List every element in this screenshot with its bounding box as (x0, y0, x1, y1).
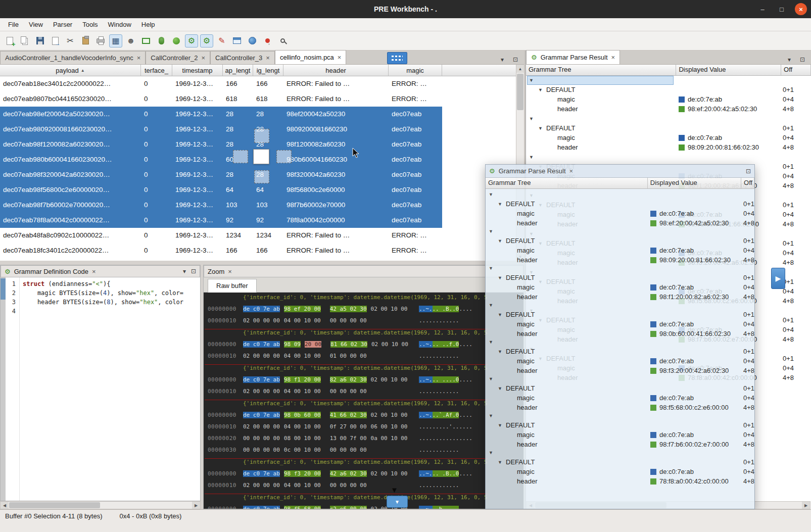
scroll-up-icon[interactable]: ▲ (516, 65, 524, 73)
hex-byte-group[interactable]: 0f 27 00 00 (330, 423, 367, 430)
tab-grammar-parse-result[interactable]: ⚙ Grammar Parse Result × (526, 50, 620, 64)
tree-field-magic[interactable]: magicde:c0:7e:ab0+4 (486, 246, 754, 256)
table-row[interactable]: dec07eab98f1200082a60230020…01969-12-3…2… (0, 137, 442, 152)
print-icon[interactable] (94, 34, 107, 47)
tree-node-row[interactable]: ▼DEFAULT0+1 (486, 236, 754, 246)
hex-byte-group[interactable]: 00 00 00 00 (330, 317, 367, 324)
chevron-down-icon[interactable]: ▼ (498, 275, 502, 280)
tree-toggle-row[interactable]: ▼ (486, 264, 754, 273)
pin-icon[interactable] (261, 34, 274, 47)
export-icon[interactable] (49, 34, 62, 47)
hex-byte-group[interactable]: 82 a6 02 30 (330, 376, 367, 383)
window-icon[interactable] (230, 34, 244, 47)
tree-field-magic[interactable]: magicde:c0:7e:ab0+4 (526, 133, 811, 143)
hex-byte-group[interactable]: 02 00 10 00 (371, 341, 408, 348)
float-restore-icon[interactable]: ⊡ (746, 168, 751, 175)
tree-node-row[interactable]: ▼DEFAULT0+1 (486, 421, 754, 430)
hex-byte-group[interactable]: 00 00 00 00 (243, 447, 280, 453)
horizontal-splitter[interactable] (0, 261, 524, 265)
chevron-down-icon[interactable]: ▼ (498, 238, 502, 244)
tab-raw-buffer[interactable]: Raw buffer (208, 279, 257, 293)
tree-field-magic[interactable]: magicde:c0:7e:ab0+4 (526, 95, 811, 105)
column-header-timestamp[interactable]: timestamp (172, 65, 223, 76)
hex-byte-group[interactable]: 02 00 10 00 (371, 412, 408, 418)
hex-byte-group[interactable]: 98 f3 20 00 (284, 470, 321, 477)
dock-right-arrow[interactable]: ▶ (771, 268, 785, 289)
marker-icon[interactable]: ✎ (215, 34, 228, 47)
table-row[interactable]: dec07eab78f8a00042c00000022…01969-12-3…9… (0, 213, 442, 228)
chevron-down-icon[interactable]: ▼ (498, 386, 502, 391)
table-row[interactable]: dec07eab9807bc0441650230020…01969-12-3…6… (0, 91, 442, 107)
chevron-down-icon[interactable]: ▼ (538, 126, 543, 131)
chevron-down-icon[interactable]: ▼ (538, 87, 543, 92)
table-row[interactable]: dec07eab18ec3401c2c20000022…01969-12-3…1… (0, 76, 442, 91)
panel-menu-icon[interactable]: ▾ (785, 55, 794, 64)
paste-icon[interactable] (79, 34, 92, 47)
table-row[interactable]: dec07eab98ef200042a50230020…01969-12-3…2… (0, 107, 442, 122)
close-icon[interactable]: × (137, 54, 141, 62)
tree-column-header[interactable]: Off (741, 178, 754, 189)
hex-byte-group[interactable]: 02 00 00 00 (243, 423, 280, 430)
hex-byte-group[interactable]: 00 00 00 00 (330, 388, 367, 395)
close-icon[interactable]: × (92, 268, 96, 275)
hex-byte-group[interactable]: de c0 7e ab (243, 341, 280, 348)
tree-field-magic[interactable]: magicde:c0:7e:ab0+4 (486, 394, 754, 403)
hex-byte-group[interactable]: 02 00 10 00 (371, 306, 408, 312)
tree-field-magic[interactable]: magicde:c0:7e:ab0+4 (486, 283, 754, 293)
tree-node-row[interactable]: ▼DEFAULT0+1 (486, 458, 754, 467)
hex-byte-group[interactable]: 00 00 00 00 (243, 435, 280, 442)
table-row[interactable]: dec07eab9809200081660230020…01969-12-3…2… (0, 122, 442, 137)
floating-parse-result-window[interactable]: ⚙ Grammar Parse Result × ⊡ Grammar TreeD… (485, 164, 755, 509)
web-icon[interactable] (246, 34, 259, 47)
hex-byte-group[interactable]: 42 a6 02 30 (330, 470, 367, 477)
hex-byte-group[interactable]: de c0 7e ab (243, 506, 280, 509)
hex-byte-group[interactable]: de c0 7e ab (243, 376, 280, 383)
new-file-icon[interactable] (3, 34, 16, 47)
tree-column-header[interactable]: Displayed Value (676, 65, 781, 76)
close-icon[interactable]: × (569, 167, 574, 175)
hex-byte-group[interactable]: 04 00 10 00 (284, 353, 321, 359)
tree-toggle-row[interactable]: ▼ (486, 190, 754, 200)
table-row[interactable]: dec07eab48fa8c0902c10000022…01969-12-3…1… (0, 228, 442, 243)
scroll-right-icon[interactable]: ▶ (802, 502, 810, 509)
tree-node-row[interactable]: ▼DEFAULT0+1 (486, 347, 754, 357)
panel-menu-icon[interactable]: ▾ (183, 268, 186, 275)
tree-field-magic[interactable]: magicde:c0:7e:ab0+4 (486, 320, 754, 329)
hex-byte-group[interactable]: c2 e6 00 00 (330, 506, 367, 509)
column-header-header[interactable]: header (283, 65, 389, 76)
menu-file[interactable]: File (3, 19, 24, 30)
tree-toggle-row[interactable]: ▼ (486, 301, 754, 310)
hex-byte-group[interactable]: 98 f5 68 00 (284, 506, 321, 509)
column-header-terface_[interactable]: terface_ (141, 65, 172, 76)
gear-icon[interactable]: ⚙ (185, 34, 198, 47)
menu-parser[interactable]: Parser (48, 19, 77, 30)
tree-field-magic[interactable]: magicde:c0:7e:ab0+4 (486, 467, 754, 477)
close-icon[interactable]: × (228, 268, 232, 275)
run-icon[interactable] (170, 34, 183, 47)
hex-view-icon[interactable]: ▦ (109, 34, 122, 47)
tree-node-row[interactable]: ▼DEFAULT0+1 (526, 85, 811, 95)
tree-field-header[interactable]: header98:09:20:00:81:66:02:304+8 (526, 143, 811, 153)
cut-icon[interactable]: ✂ (64, 34, 77, 47)
table-row[interactable]: dec07eab18fc3401c2c20000022…01969-12-3…1… (0, 243, 442, 258)
hex-byte-group[interactable]: 00 00 00 00 (330, 447, 367, 453)
tree-toggle-row[interactable]: ▼ (486, 337, 754, 347)
hex-byte-group[interactable]: 06 00 10 00 (371, 423, 408, 430)
scroll-right-icon[interactable]: ▶ (192, 502, 200, 509)
scroll-left-icon[interactable]: ◀ (1, 502, 9, 509)
tree-node-row[interactable]: ▼DEFAULT0+1 (486, 273, 754, 283)
column-header-ap_lengt[interactable]: ap_lengt (223, 65, 253, 76)
code-horizontal-scrollbar[interactable]: ◀ ▶ (0, 501, 201, 509)
tab-overflow-button[interactable]: ▾ (498, 55, 507, 64)
scrollbar-thumb[interactable] (9, 502, 100, 508)
tree-column-header[interactable]: Displayed Value (648, 178, 741, 189)
tree-column-header[interactable]: Grammar Tree (486, 178, 648, 189)
hex-byte-group[interactable]: 0c 00 10 00 (284, 447, 321, 453)
tab-1[interactable]: AudioController_1_handleVocoderInfo_sync… (0, 51, 146, 64)
hex-byte-group[interactable]: 81 66 02 30 (330, 341, 367, 348)
hex-byte-group[interactable]: 13 00 7f 00 (330, 435, 367, 442)
chevron-down-icon[interactable]: ▼ (498, 202, 502, 207)
parse-icon[interactable]: ☻ (124, 34, 137, 47)
hex-byte-group[interactable]: 98 f1 20 00 (284, 376, 321, 383)
tree-node-row[interactable]: ▼DEFAULT0+1 (486, 310, 754, 320)
